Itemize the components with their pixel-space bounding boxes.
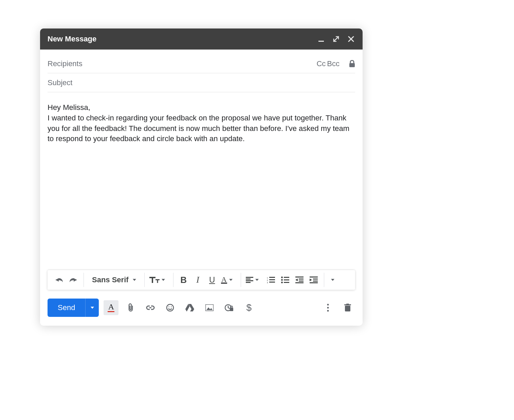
svg-rect-39 — [345, 306, 350, 311]
svg-rect-26 — [310, 276, 318, 278]
compose-window: New Message Recipients Cc Bcc Subject — [40, 28, 363, 326]
svg-text:1: 1 — [267, 277, 268, 279]
svg-rect-9 — [246, 282, 251, 283]
toolbar-separator — [144, 273, 145, 287]
minimize-button[interactable] — [317, 35, 325, 43]
svg-rect-24 — [299, 281, 304, 282]
svg-point-16 — [281, 276, 283, 278]
insert-link-button[interactable] — [143, 300, 158, 315]
minimize-icon — [318, 36, 324, 42]
recipients-placeholder: Recipients — [48, 59, 314, 68]
send-options-dropdown[interactable] — [85, 299, 99, 317]
lock-icon — [349, 60, 355, 68]
svg-rect-1 — [349, 63, 355, 67]
discard-draft-button[interactable] — [340, 300, 355, 315]
indent-more-icon — [310, 276, 318, 283]
svg-rect-25 — [295, 282, 304, 283]
chevron-down-icon — [133, 279, 136, 281]
text-color-glyph: A — [221, 276, 227, 283]
svg-rect-22 — [295, 276, 304, 278]
numbered-list-button[interactable]: 123 — [264, 273, 278, 287]
close-icon — [348, 36, 354, 42]
undo-icon — [55, 277, 63, 283]
svg-rect-7 — [246, 279, 251, 280]
bold-button[interactable]: B — [177, 273, 190, 287]
toolbar-separator — [324, 273, 324, 287]
undo-button[interactable] — [52, 273, 66, 287]
toolbar-separator — [173, 273, 173, 287]
chevron-down-icon — [229, 279, 233, 281]
more-formatting-dropdown[interactable] — [328, 279, 339, 281]
body-line: I wanted to check-in regarding your feed… — [48, 113, 355, 144]
svg-point-17 — [281, 279, 283, 281]
text-color-dropdown[interactable]: A — [220, 276, 237, 284]
text-color-underline — [108, 311, 114, 312]
attach-file-button[interactable] — [123, 300, 138, 315]
emoji-icon — [166, 304, 174, 312]
formatting-toggle-button[interactable]: A — [104, 300, 118, 315]
svg-rect-15 — [269, 282, 275, 283]
cc-toggle[interactable]: Cc — [316, 59, 326, 68]
numbered-list-icon: 123 — [267, 276, 275, 283]
link-icon — [146, 305, 155, 310]
request-payment-button[interactable]: $ — [241, 300, 256, 315]
svg-rect-21 — [284, 282, 289, 283]
formatting-toolbar: Sans Serif B I U A — [48, 270, 355, 290]
popout-button[interactable] — [332, 35, 340, 43]
action-row: Send A — [48, 290, 355, 326]
window-title: New Message — [48, 35, 317, 43]
svg-rect-3 — [152, 277, 153, 283]
svg-rect-20 — [284, 280, 289, 281]
confidential-mode-button[interactable] — [349, 60, 355, 68]
chevron-down-icon — [162, 279, 165, 281]
font-family-dropdown[interactable]: Sans Serif — [87, 275, 141, 284]
trash-icon — [344, 304, 351, 312]
svg-rect-23 — [299, 279, 304, 280]
recipients-row[interactable]: Recipients Cc Bcc — [48, 54, 355, 73]
insert-emoji-button[interactable] — [163, 300, 178, 315]
chevron-down-icon — [331, 279, 334, 281]
bulleted-list-icon — [281, 276, 289, 283]
confidential-icon — [225, 304, 234, 312]
send-button[interactable]: Send — [48, 299, 85, 317]
close-button[interactable] — [347, 35, 355, 43]
subject-row[interactable]: Subject — [48, 73, 355, 92]
drive-icon — [185, 304, 194, 311]
body-line: Hey Melissa, — [48, 102, 355, 113]
align-dropdown[interactable] — [244, 277, 263, 283]
message-body[interactable]: Hey Melissa, I wanted to check-in regard… — [48, 92, 355, 262]
underline-button[interactable]: U — [205, 273, 219, 287]
compose-body-container: Recipients Cc Bcc Subject Hey Melissa, I… — [40, 50, 363, 326]
svg-rect-35 — [230, 308, 233, 311]
font-size-dropdown[interactable] — [148, 276, 170, 284]
italic-button[interactable]: I — [191, 273, 205, 287]
font-family-label: Sans Serif — [89, 275, 131, 284]
svg-rect-29 — [310, 282, 318, 283]
text-color-underline — [221, 283, 227, 284]
bcc-toggle[interactable]: Bcc — [327, 59, 339, 68]
kebab-icon — [327, 304, 329, 312]
chevron-down-icon — [91, 307, 94, 309]
popout-icon — [333, 36, 339, 42]
svg-text:3: 3 — [267, 282, 268, 283]
text-color-glyph: A — [108, 303, 114, 310]
toolbar-separator — [241, 273, 241, 287]
indent-less-icon — [295, 276, 304, 283]
chevron-down-icon — [255, 279, 259, 281]
svg-rect-27 — [313, 279, 318, 280]
insert-drive-button[interactable] — [182, 300, 197, 315]
svg-rect-5 — [157, 279, 158, 283]
titlebar: New Message — [40, 28, 363, 50]
svg-point-30 — [167, 304, 173, 311]
indent-less-button[interactable] — [293, 273, 306, 287]
indent-more-button[interactable] — [307, 273, 320, 287]
redo-button[interactable] — [67, 273, 80, 287]
more-options-button[interactable] — [320, 300, 335, 315]
svg-point-32 — [171, 306, 172, 307]
svg-rect-19 — [284, 277, 289, 278]
insert-photo-button[interactable] — [202, 300, 217, 315]
redo-icon — [69, 277, 78, 283]
align-left-icon — [246, 277, 253, 283]
bulleted-list-button[interactable] — [278, 273, 292, 287]
confidential-mode-action-button[interactable] — [222, 300, 237, 315]
